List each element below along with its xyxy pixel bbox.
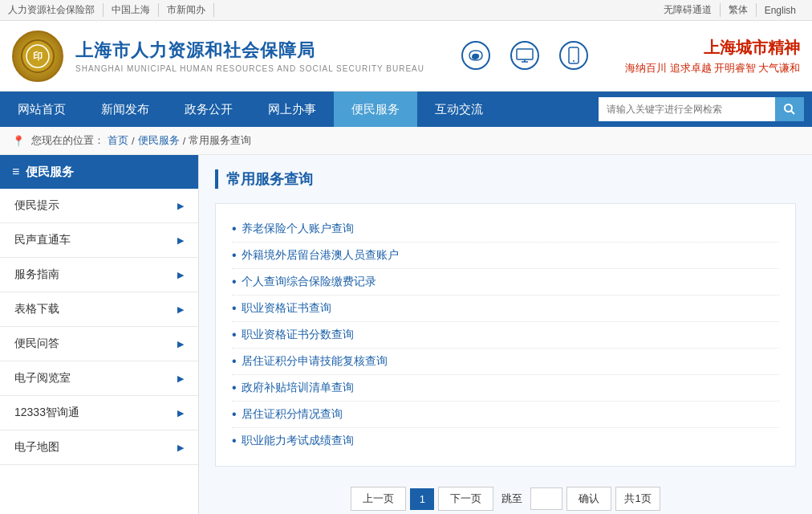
nav-item-service[interactable]: 便民服务 [334,92,417,127]
confirm-button[interactable]: 确认 [566,487,611,511]
header-spirit: 上海城市精神 海纳百川 追求卓越 开明睿智 大气谦和 [625,37,800,75]
list-item[interactable]: 职业资格证书查询 [232,296,779,322]
breadcrumb-label: 您现在的位置： [31,133,104,148]
nav-bar: 网站首页 新闻发布 政务公开 网上办事 便民服务 互动交流 [0,92,812,127]
header: 印 上海市人力资源和社会保障局 SHANGHAI MUNICIPAL HUMAN… [0,21,812,92]
jump-label: 跳至 [497,492,526,506]
list-item[interactable]: 养老保险个人账户查询 [232,216,779,243]
list-item[interactable]: 职业资格证书分数查询 [232,322,779,349]
menu-icon: ≡ [12,165,19,179]
nav-item-news[interactable]: 新闻发布 [83,92,167,127]
org-title: 上海市人力资源和社会保障局 [75,39,424,63]
sidebar-arrow-faq: ▶ [177,339,184,349]
sidebar-item-forms[interactable]: 表格下载 ▶ [0,292,198,327]
sidebar-item-12333[interactable]: 12333智询通 ▶ [0,396,198,430]
sidebar-arrow-reading: ▶ [177,373,184,384]
list-item[interactable]: 政府补贴培训清单查询 [232,375,779,402]
total-pages: 共1页 [615,487,660,511]
top-bar-left: 人力资源社会保险部 中国上海 市新闻办 [8,3,214,17]
nav-item-gov[interactable]: 政务公开 [167,92,250,127]
content-area: 常用服务查询 养老保险个人账户查询 外籍境外居留台港澳人员查账户 个人查询综合保… [199,155,812,514]
content-title: 常用服务查询 [215,169,796,189]
search-input[interactable] [599,97,775,121]
prev-page-button[interactable]: 上一页 [351,487,406,511]
sidebar-arrow-tips: ▶ [177,201,184,211]
monitor-icon[interactable] [510,41,539,71]
org-subtitle: SHANGHAI MUNICIPAL HUMAN RESOURCES AND S… [75,64,424,73]
top-bar-right: 无障碍通道 繁体 English [656,3,804,17]
weibo-icon[interactable] [461,41,490,71]
sidebar: ≡ 便民服务 便民提示 ▶ 民声直通车 ▶ 服务指南 ▶ 表格下载 ▶ 便民问答… [0,155,199,514]
sidebar-item-guide[interactable]: 服务指南 ▶ [0,258,198,292]
nav-item-online[interactable]: 网上办事 [250,92,334,127]
header-icons [461,41,588,71]
list-item[interactable]: 职业能力考试成绩查询 [232,428,779,454]
service-list: 养老保险个人账户查询 外籍境外居留台港澳人员查账户 个人查询综合保险缴费记录 职… [215,203,796,467]
list-item[interactable]: 居住证积分情况查询 [232,402,779,428]
logo-text: 上海市人力资源和社会保障局 SHANGHAI MUNICIPAL HUMAN R… [75,39,424,73]
page-jump-input[interactable] [530,487,562,510]
main-layout: ≡ 便民服务 便民提示 ▶ 民声直通车 ▶ 服务指南 ▶ 表格下载 ▶ 便民问答… [0,155,812,514]
svg-rect-3 [517,49,533,59]
spirit-title: 上海城市精神 [625,37,800,59]
top-bar: 人力资源社会保险部 中国上海 市新闻办 无障碍通道 繁体 English [0,0,812,21]
sidebar-item-voice[interactable]: 民声直通车 ▶ [0,223,198,258]
breadcrumb-current: 常用服务查询 [189,133,251,148]
header-left: 印 上海市人力资源和社会保障局 SHANGHAI MUNICIPAL HUMAN… [12,31,424,82]
logo-icon: 印 [12,31,63,82]
sidebar-item-reading[interactable]: 电子阅览室 ▶ [0,361,198,396]
svg-text:印: 印 [33,51,43,62]
current-page-button[interactable]: 1 [410,488,434,510]
sidebar-arrow-forms: ▶ [177,304,184,315]
sidebar-title: 便民服务 [26,165,74,180]
top-bar-news[interactable]: 市新闻办 [159,3,214,17]
breadcrumb-service[interactable]: 便民服务 [138,133,180,148]
nav-search [599,97,804,121]
sidebar-item-tips[interactable]: 便民提示 ▶ [0,189,198,223]
list-item[interactable]: 个人查询综合保险缴费记录 [232,269,779,296]
sidebar-arrow-guide: ▶ [177,270,184,280]
sidebar-header: ≡ 便民服务 [0,155,198,189]
svg-point-8 [785,104,792,112]
breadcrumb-home[interactable]: 首页 [108,133,128,148]
top-bar-traditional[interactable]: 繁体 [721,3,757,17]
pagination: 上一页 1 下一页 跳至 确认 共1页 [215,487,796,511]
mobile-icon[interactable] [559,41,588,71]
sidebar-arrow-voice: ▶ [177,235,184,246]
top-bar-accessibility[interactable]: 无障碍通道 [656,3,721,17]
list-item[interactable]: 外籍境外居留台港澳人员查账户 [232,243,779,269]
spirit-desc: 海纳百川 追求卓越 开明睿智 大气谦和 [625,61,800,75]
sidebar-arrow-map: ▶ [177,443,184,453]
top-bar-dept[interactable]: 人力资源社会保险部 [8,3,104,17]
search-button[interactable] [775,97,804,121]
location-icon: 📍 [12,135,25,147]
svg-line-9 [791,111,794,114]
sidebar-item-faq[interactable]: 便民问答 ▶ [0,327,198,361]
sidebar-arrow-12333: ▶ [177,408,184,418]
top-bar-shanghai[interactable]: 中国上海 [104,3,159,17]
nav-item-home[interactable]: 网站首页 [0,92,83,127]
nav-item-interact[interactable]: 互动交流 [417,92,501,127]
breadcrumb: 📍 您现在的位置： 首页 / 便民服务 / 常用服务查询 [0,127,812,155]
svg-point-7 [573,60,574,62]
list-item[interactable]: 居住证积分申请技能复核查询 [232,349,779,375]
next-page-button[interactable]: 下一页 [438,487,493,511]
sidebar-item-map[interactable]: 电子地图 ▶ [0,430,198,465]
top-bar-english[interactable]: English [757,5,804,16]
